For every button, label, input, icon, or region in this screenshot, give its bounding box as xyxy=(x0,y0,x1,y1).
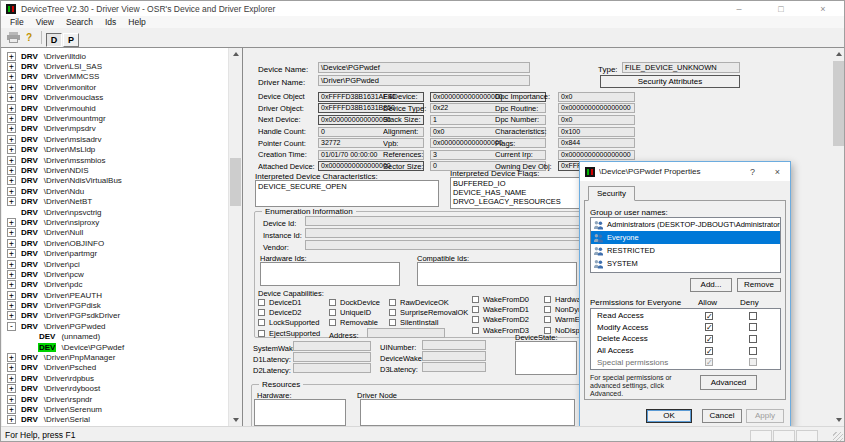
resources-hardware-box[interactable] xyxy=(254,399,346,426)
title-bar[interactable]: DeviceTree V2.30 - Driver View - OSR's D… xyxy=(1,1,844,16)
checkbox-deviced2[interactable] xyxy=(258,309,265,316)
main-scrollbar[interactable] xyxy=(832,48,845,426)
tree-item[interactable]: +DRV\Driver\monitor xyxy=(7,82,228,92)
checkbox-surpriseremovalok[interactable] xyxy=(389,309,396,316)
tree-item[interactable]: DRV\Driver\npsvctrig xyxy=(7,207,228,217)
checkbox-ejectsupported[interactable] xyxy=(258,330,265,337)
tree-item[interactable]: +DRV\Driver\PnpManager xyxy=(7,352,228,362)
tree-expander-icon[interactable]: + xyxy=(7,187,16,196)
menu-item-ids[interactable]: Ids xyxy=(99,17,122,27)
tree-expander-icon[interactable]: + xyxy=(7,145,16,154)
tree-expander-icon[interactable]: + xyxy=(7,249,16,258)
field-value[interactable]: 0x0000000000000000 xyxy=(558,150,635,160)
checkbox-uniqueid[interactable] xyxy=(329,309,336,316)
d1-latency-value[interactable] xyxy=(293,352,371,362)
checkbox-rawdeviceok[interactable] xyxy=(389,299,396,306)
hardware-ids-box[interactable] xyxy=(260,262,400,286)
tree-item[interactable]: +DRV\Driver\rdpbus xyxy=(7,373,228,383)
tree-item[interactable]: +DRV\Driver\mouhid xyxy=(7,103,228,113)
deny-checkbox[interactable] xyxy=(749,335,757,343)
scroll-up-icon[interactable] xyxy=(229,48,242,60)
compatible-ids-box[interactable] xyxy=(417,262,577,286)
tree-item[interactable]: +DRV\Driver\Serenum xyxy=(7,404,228,414)
tree-expander-icon[interactable]: + xyxy=(7,93,16,102)
checkbox-wakefromd3[interactable] xyxy=(472,327,479,334)
type-value[interactable]: FILE_DEVICE_UNKNOWN xyxy=(622,62,740,73)
tree-item[interactable]: +DRV\Driver\lltdio xyxy=(7,51,228,61)
vendor-value[interactable] xyxy=(305,240,595,250)
user-list-item[interactable]: RESTRICTED xyxy=(591,244,780,257)
tree-item[interactable]: +DRV\Driver\Psched xyxy=(7,363,228,373)
toolbar-button-d[interactable]: D xyxy=(46,33,62,47)
user-list[interactable]: Administrators (DESKTOP-JDBOUGT\Administ… xyxy=(590,217,781,273)
checkbox-nondynamic[interactable] xyxy=(544,306,551,313)
tree-item[interactable]: +DRV\Driver\PGPsdkDriver xyxy=(7,311,228,321)
cancel-button[interactable]: Cancel xyxy=(702,409,742,423)
tree-expander-icon[interactable]: + xyxy=(7,218,16,227)
ui-number-value[interactable] xyxy=(422,340,486,350)
tree-item[interactable]: +DRV\Driver\MMCSS xyxy=(7,72,228,82)
maximize-icon[interactable]: □ xyxy=(760,1,802,16)
scroll-up-icon[interactable] xyxy=(832,48,845,60)
resize-grip[interactable] xyxy=(833,432,843,442)
d3-latency-value[interactable] xyxy=(422,362,486,372)
address-value[interactable] xyxy=(367,328,445,338)
tree-item[interactable]: +DRV\Driver\rspndr xyxy=(7,394,228,404)
field-value[interactable]: 0x0 xyxy=(558,92,635,102)
tree-item[interactable]: +DRV\Driver\OBJINFO xyxy=(7,238,228,248)
tree-expander-icon[interactable]: + xyxy=(7,197,16,206)
tree-expander-icon[interactable]: + xyxy=(7,135,16,144)
tree-expander-icon[interactable]: + xyxy=(7,291,16,300)
field-value[interactable]: 0x844 xyxy=(558,138,635,148)
tree-item[interactable]: +DRV\Driver\NDIS xyxy=(7,165,228,175)
permission-list[interactable]: Read Access✓Modify Access✓Delete Access✓… xyxy=(590,308,781,370)
minimize-icon[interactable]: – xyxy=(718,1,760,16)
tree-expander-icon[interactable]: + xyxy=(7,311,16,320)
driver-node-box[interactable] xyxy=(360,399,575,426)
tree-expander-icon[interactable]: + xyxy=(7,301,16,310)
menu-item-help[interactable]: Help xyxy=(122,17,151,27)
add-button[interactable]: Add... xyxy=(690,278,732,292)
tree-expander-icon[interactable]: + xyxy=(7,280,16,289)
tree-expander-icon[interactable]: + xyxy=(7,104,16,113)
deny-checkbox[interactable] xyxy=(749,312,757,320)
tree-expander-icon[interactable]: - xyxy=(7,322,16,331)
allow-checkbox[interactable]: ✓ xyxy=(705,347,713,355)
tree-expander-icon[interactable]: + xyxy=(7,374,16,383)
device-name-value[interactable]: \Device\PGPwdef xyxy=(318,62,530,73)
checkbox-deviced1[interactable] xyxy=(258,299,265,306)
tree-expander-icon[interactable]: + xyxy=(7,114,16,123)
checkbox-hardwaredisabled[interactable] xyxy=(544,296,551,303)
checkbox-locksupported[interactable] xyxy=(258,319,265,326)
tree-item[interactable]: +DRV\Driver\pcw xyxy=(7,269,228,279)
tree-expander-icon[interactable]: + xyxy=(7,395,16,404)
toolbar-button-p[interactable]: P xyxy=(63,33,79,47)
tree-item[interactable]: +DRV\Driver\msisadrv xyxy=(7,134,228,144)
tree-item[interactable]: +DRV\Driver\NdisVirtualBus xyxy=(7,176,228,186)
tree-expander-icon[interactable]: + xyxy=(7,72,16,81)
tree-item[interactable]: DEV\Device\PGPwdef xyxy=(7,342,228,352)
tree-expander-icon[interactable]: + xyxy=(7,228,16,237)
tree-item[interactable]: +DRV\Driver\mouclass xyxy=(7,93,228,103)
tab-security[interactable]: Security xyxy=(588,186,635,201)
tree-item[interactable]: +DRV\Driver\partmgr xyxy=(7,248,228,258)
checkbox-dockdevice[interactable] xyxy=(329,299,336,306)
tree-expander-icon[interactable]: + xyxy=(7,239,16,248)
print-icon[interactable] xyxy=(5,31,21,45)
allow-checkbox[interactable]: ✓ xyxy=(705,312,713,320)
dialog-close-icon[interactable]: × xyxy=(765,162,790,181)
advanced-button[interactable]: Advanced xyxy=(700,375,757,390)
scroll-down-icon[interactable] xyxy=(832,414,845,426)
tree-expander-icon[interactable]: + xyxy=(7,353,16,362)
system-wake-value[interactable] xyxy=(293,341,371,351)
tree-expander-icon[interactable]: + xyxy=(7,176,16,185)
tree-expander-icon[interactable]: + xyxy=(7,405,16,414)
tree-item[interactable]: +DRV\Driver\Ndu xyxy=(7,186,228,196)
menu-item-file[interactable]: File xyxy=(4,17,30,27)
field-value[interactable]: 0x0000000000000000 xyxy=(558,103,635,113)
checkbox-warmejectsupported[interactable] xyxy=(544,316,551,323)
main-scrollbar-thumb[interactable] xyxy=(833,61,845,146)
tree-item[interactable]: +DRV\Driver\PEAUTH xyxy=(7,290,228,300)
dialog-title-bar[interactable]: \Device\PGPwdef Properties ? × xyxy=(580,162,790,181)
tree-item[interactable]: +DRV\Driver\rdyboost xyxy=(7,384,228,394)
